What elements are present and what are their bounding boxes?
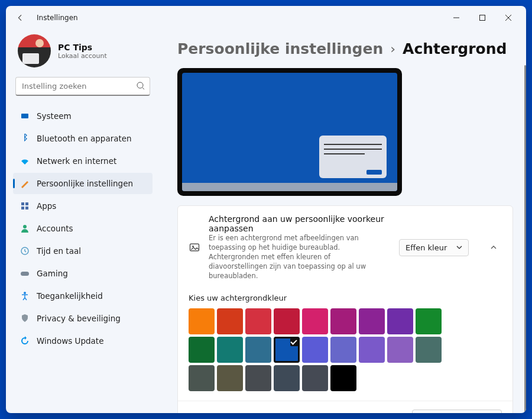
privacy-icon (20, 314, 30, 323)
color-swatch[interactable] (359, 308, 385, 334)
background-card: Achtergrond aan uw persoonlijke voorkeur… (177, 205, 513, 413)
color-swatch[interactable] (387, 308, 413, 334)
sidebar-item-privacy[interactable]: Privacy & beveiliging (13, 308, 153, 329)
svg-rect-13 (21, 272, 29, 276)
color-swatch[interactable] (189, 308, 215, 334)
maximize-icon (479, 15, 485, 21)
minimize-icon (453, 15, 459, 21)
sidebar-item-accessibility[interactable]: Toegankelijkheid (13, 285, 153, 307)
picture-icon (189, 241, 200, 253)
window-controls (443, 8, 521, 27)
personalize-icon (20, 179, 30, 188)
preview-window-icon (319, 136, 387, 178)
sidebar-item-label: Gaming (37, 269, 68, 278)
sidebar-item-system[interactable]: Systeem (13, 105, 153, 127)
back-button[interactable] (11, 8, 30, 27)
svg-rect-8 (25, 202, 28, 205)
svg-point-11 (23, 225, 27, 228)
svg-point-16 (192, 246, 194, 247)
app-title: Instellingen (37, 14, 78, 22)
user-block[interactable]: PC Tips Lokaal account (13, 30, 153, 77)
sidebar-item-personalize[interactable]: Persoonlijke instellingen (13, 173, 153, 194)
color-swatch[interactable] (330, 337, 356, 363)
close-button[interactable] (495, 8, 521, 27)
svg-point-14 (24, 292, 26, 294)
search-icon (136, 81, 145, 91)
color-swatch[interactable] (245, 365, 271, 391)
color-swatch[interactable] (217, 365, 243, 391)
chevron-down-icon (456, 244, 462, 250)
sidebar-item-apps[interactable]: Apps (13, 195, 153, 217)
sidebar-item-network[interactable]: Netwerk en internet (13, 150, 153, 172)
sidebar-item-accounts[interactable]: Accounts (13, 218, 153, 239)
chevron-right-icon: › (390, 41, 395, 56)
color-swatch[interactable] (302, 337, 328, 363)
maximize-button[interactable] (469, 8, 495, 27)
svg-rect-9 (21, 207, 24, 210)
show-colors-button[interactable]: Kleuren weergeven (412, 410, 502, 413)
system-icon (20, 111, 30, 121)
main-content: Persoonlijke instellingen › Achtergrond (160, 30, 526, 413)
color-swatch[interactable] (387, 337, 413, 363)
color-swatch[interactable] (189, 365, 215, 391)
svg-rect-6 (21, 114, 28, 118)
sidebar-item-time[interactable]: Tijd en taal (13, 240, 153, 262)
sidebar-item-label: Systeem (37, 111, 72, 121)
close-icon (505, 15, 511, 21)
breadcrumb-current: Achtergrond (403, 40, 507, 57)
sidebar-item-label: Windows Update (37, 336, 103, 346)
svg-rect-10 (25, 207, 28, 210)
svg-rect-1 (480, 15, 485, 21)
accessibility-icon (20, 291, 30, 301)
color-swatch[interactable] (274, 337, 300, 363)
color-grid (178, 306, 512, 401)
svg-line-5 (142, 88, 144, 89)
update-icon (20, 336, 30, 346)
color-swatch[interactable] (359, 337, 385, 363)
minimize-button[interactable] (443, 8, 469, 27)
color-swatch[interactable] (330, 308, 356, 334)
sidebar-item-label: Tijd en taal (37, 246, 81, 256)
color-swatch[interactable] (302, 308, 328, 334)
sidebar-item-label: Netwerk en internet (37, 156, 116, 166)
color-swatch[interactable] (416, 308, 442, 334)
sidebar-item-label: Apps (37, 201, 56, 211)
sidebar-item-update[interactable]: Windows Update (13, 330, 153, 352)
sidebar-item-label: Privacy & beveiliging (37, 314, 121, 323)
breadcrumb-parent[interactable]: Persoonlijke instellingen (177, 40, 383, 57)
chevron-up-icon (490, 244, 497, 251)
time-icon (20, 246, 30, 256)
color-swatch[interactable] (217, 308, 243, 334)
color-swatch[interactable] (245, 337, 271, 363)
color-swatch[interactable] (302, 365, 328, 391)
color-swatch[interactable] (217, 337, 243, 363)
color-swatch[interactable] (274, 365, 300, 391)
scrollbar[interactable] (524, 65, 526, 413)
color-swatch[interactable] (189, 337, 215, 363)
sidebar-item-label: Bluetooth en apparaten (37, 134, 132, 143)
user-subtitle: Lokaal account (58, 52, 107, 60)
color-swatch[interactable] (274, 308, 300, 334)
color-swatch[interactable] (416, 337, 442, 363)
collapse-button[interactable] (485, 239, 502, 256)
settings-window: Instellingen PC Tips Lokaal account Syst… (6, 6, 526, 413)
color-section-label: Kies uw achtergrondkleur (178, 289, 512, 306)
desktop-preview (177, 68, 402, 196)
color-swatch[interactable] (330, 365, 356, 391)
svg-rect-7 (21, 202, 24, 205)
card-description: Er is een achtergrond met afbeeldingen v… (209, 233, 391, 281)
card-title: Achtergrond aan uw persoonlijke voorkeur… (209, 214, 391, 233)
bluetooth-icon (20, 134, 30, 143)
sidebar-item-label: Persoonlijke instellingen (37, 179, 133, 188)
sidebar-item-gaming[interactable]: Gaming (13, 263, 153, 284)
sidebar-item-label: Toegankelijkheid (37, 291, 103, 301)
background-type-dropdown[interactable]: Effen kleur (399, 239, 469, 256)
svg-point-4 (137, 82, 143, 88)
color-swatch[interactable] (245, 308, 271, 334)
arrow-left-icon (16, 14, 24, 22)
network-icon (20, 156, 30, 166)
apps-icon (20, 201, 30, 211)
sidebar-item-bluetooth[interactable]: Bluetooth en apparaten (13, 128, 153, 149)
search-input[interactable] (15, 77, 150, 96)
user-name: PC Tips (58, 43, 107, 52)
